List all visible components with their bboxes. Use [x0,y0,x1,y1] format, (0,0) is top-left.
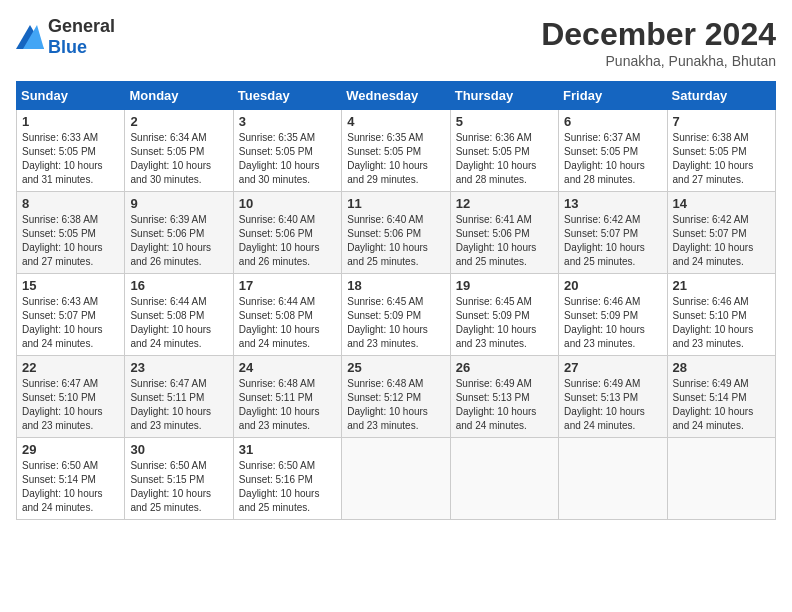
calendar-cell: 24 Sunrise: 6:48 AM Sunset: 5:11 PM Dayl… [233,356,341,438]
calendar-cell: 8 Sunrise: 6:38 AM Sunset: 5:05 PM Dayli… [17,192,125,274]
day-number: 23 [130,360,227,375]
calendar-cell: 26 Sunrise: 6:49 AM Sunset: 5:13 PM Dayl… [450,356,558,438]
day-info: Sunrise: 6:50 AM Sunset: 5:15 PM Dayligh… [130,459,227,515]
weekday-header: Saturday [667,82,775,110]
day-number: 26 [456,360,553,375]
calendar-cell: 9 Sunrise: 6:39 AM Sunset: 5:06 PM Dayli… [125,192,233,274]
day-number: 6 [564,114,661,129]
calendar-cell: 20 Sunrise: 6:46 AM Sunset: 5:09 PM Dayl… [559,274,667,356]
day-info: Sunrise: 6:42 AM Sunset: 5:07 PM Dayligh… [564,213,661,269]
day-number: 20 [564,278,661,293]
logo-text-general: General [48,16,115,36]
day-number: 27 [564,360,661,375]
calendar-week-row: 22 Sunrise: 6:47 AM Sunset: 5:10 PM Dayl… [17,356,776,438]
calendar-cell: 13 Sunrise: 6:42 AM Sunset: 5:07 PM Dayl… [559,192,667,274]
weekday-header: Thursday [450,82,558,110]
day-info: Sunrise: 6:49 AM Sunset: 5:13 PM Dayligh… [564,377,661,433]
day-info: Sunrise: 6:38 AM Sunset: 5:05 PM Dayligh… [22,213,119,269]
title-block: December 2024 Punakha, Punakha, Bhutan [541,16,776,69]
day-info: Sunrise: 6:35 AM Sunset: 5:05 PM Dayligh… [347,131,444,187]
day-number: 4 [347,114,444,129]
day-info: Sunrise: 6:46 AM Sunset: 5:09 PM Dayligh… [564,295,661,351]
day-info: Sunrise: 6:39 AM Sunset: 5:06 PM Dayligh… [130,213,227,269]
calendar-cell: 15 Sunrise: 6:43 AM Sunset: 5:07 PM Dayl… [17,274,125,356]
day-number: 14 [673,196,770,211]
day-info: Sunrise: 6:34 AM Sunset: 5:05 PM Dayligh… [130,131,227,187]
day-info: Sunrise: 6:45 AM Sunset: 5:09 PM Dayligh… [347,295,444,351]
day-number: 17 [239,278,336,293]
day-info: Sunrise: 6:50 AM Sunset: 5:14 PM Dayligh… [22,459,119,515]
day-number: 16 [130,278,227,293]
day-number: 9 [130,196,227,211]
day-info: Sunrise: 6:36 AM Sunset: 5:05 PM Dayligh… [456,131,553,187]
weekday-header: Wednesday [342,82,450,110]
calendar-cell: 21 Sunrise: 6:46 AM Sunset: 5:10 PM Dayl… [667,274,775,356]
day-info: Sunrise: 6:44 AM Sunset: 5:08 PM Dayligh… [130,295,227,351]
day-number: 30 [130,442,227,457]
weekday-header: Sunday [17,82,125,110]
day-info: Sunrise: 6:47 AM Sunset: 5:11 PM Dayligh… [130,377,227,433]
day-number: 13 [564,196,661,211]
calendar-cell: 16 Sunrise: 6:44 AM Sunset: 5:08 PM Dayl… [125,274,233,356]
calendar-cell: 19 Sunrise: 6:45 AM Sunset: 5:09 PM Dayl… [450,274,558,356]
day-number: 7 [673,114,770,129]
calendar-cell: 4 Sunrise: 6:35 AM Sunset: 5:05 PM Dayli… [342,110,450,192]
day-number: 25 [347,360,444,375]
day-number: 22 [22,360,119,375]
location-title: Punakha, Punakha, Bhutan [541,53,776,69]
weekday-header: Tuesday [233,82,341,110]
day-info: Sunrise: 6:35 AM Sunset: 5:05 PM Dayligh… [239,131,336,187]
calendar-cell: 27 Sunrise: 6:49 AM Sunset: 5:13 PM Dayl… [559,356,667,438]
day-info: Sunrise: 6:33 AM Sunset: 5:05 PM Dayligh… [22,131,119,187]
calendar-cell: 31 Sunrise: 6:50 AM Sunset: 5:16 PM Dayl… [233,438,341,520]
day-number: 21 [673,278,770,293]
calendar-cell: 3 Sunrise: 6:35 AM Sunset: 5:05 PM Dayli… [233,110,341,192]
day-number: 24 [239,360,336,375]
calendar-cell [342,438,450,520]
calendar-cell: 28 Sunrise: 6:49 AM Sunset: 5:14 PM Dayl… [667,356,775,438]
calendar-cell: 2 Sunrise: 6:34 AM Sunset: 5:05 PM Dayli… [125,110,233,192]
day-info: Sunrise: 6:40 AM Sunset: 5:06 PM Dayligh… [347,213,444,269]
weekday-header: Friday [559,82,667,110]
day-info: Sunrise: 6:40 AM Sunset: 5:06 PM Dayligh… [239,213,336,269]
logo-text-blue: Blue [48,37,87,57]
calendar-cell: 11 Sunrise: 6:40 AM Sunset: 5:06 PM Dayl… [342,192,450,274]
weekday-header: Monday [125,82,233,110]
day-number: 8 [22,196,119,211]
day-number: 15 [22,278,119,293]
calendar-week-row: 1 Sunrise: 6:33 AM Sunset: 5:05 PM Dayli… [17,110,776,192]
calendar-week-row: 15 Sunrise: 6:43 AM Sunset: 5:07 PM Dayl… [17,274,776,356]
calendar-cell: 7 Sunrise: 6:38 AM Sunset: 5:05 PM Dayli… [667,110,775,192]
day-info: Sunrise: 6:46 AM Sunset: 5:10 PM Dayligh… [673,295,770,351]
calendar-cell: 29 Sunrise: 6:50 AM Sunset: 5:14 PM Dayl… [17,438,125,520]
day-number: 19 [456,278,553,293]
calendar-cell: 14 Sunrise: 6:42 AM Sunset: 5:07 PM Dayl… [667,192,775,274]
day-info: Sunrise: 6:48 AM Sunset: 5:12 PM Dayligh… [347,377,444,433]
calendar-cell: 6 Sunrise: 6:37 AM Sunset: 5:05 PM Dayli… [559,110,667,192]
day-number: 10 [239,196,336,211]
logo-icon [16,25,44,49]
calendar-cell: 22 Sunrise: 6:47 AM Sunset: 5:10 PM Dayl… [17,356,125,438]
calendar-cell [559,438,667,520]
day-info: Sunrise: 6:47 AM Sunset: 5:10 PM Dayligh… [22,377,119,433]
calendar-cell: 17 Sunrise: 6:44 AM Sunset: 5:08 PM Dayl… [233,274,341,356]
day-info: Sunrise: 6:42 AM Sunset: 5:07 PM Dayligh… [673,213,770,269]
day-number: 18 [347,278,444,293]
day-info: Sunrise: 6:49 AM Sunset: 5:14 PM Dayligh… [673,377,770,433]
day-info: Sunrise: 6:44 AM Sunset: 5:08 PM Dayligh… [239,295,336,351]
calendar-header-row: SundayMondayTuesdayWednesdayThursdayFrid… [17,82,776,110]
day-info: Sunrise: 6:38 AM Sunset: 5:05 PM Dayligh… [673,131,770,187]
calendar-cell: 12 Sunrise: 6:41 AM Sunset: 5:06 PM Dayl… [450,192,558,274]
day-info: Sunrise: 6:41 AM Sunset: 5:06 PM Dayligh… [456,213,553,269]
calendar-cell: 25 Sunrise: 6:48 AM Sunset: 5:12 PM Dayl… [342,356,450,438]
day-info: Sunrise: 6:49 AM Sunset: 5:13 PM Dayligh… [456,377,553,433]
day-number: 3 [239,114,336,129]
calendar-cell [450,438,558,520]
day-info: Sunrise: 6:48 AM Sunset: 5:11 PM Dayligh… [239,377,336,433]
day-info: Sunrise: 6:50 AM Sunset: 5:16 PM Dayligh… [239,459,336,515]
day-number: 1 [22,114,119,129]
calendar-cell: 30 Sunrise: 6:50 AM Sunset: 5:15 PM Dayl… [125,438,233,520]
day-info: Sunrise: 6:37 AM Sunset: 5:05 PM Dayligh… [564,131,661,187]
page-header: General Blue December 2024 Punakha, Puna… [16,16,776,69]
day-number: 12 [456,196,553,211]
